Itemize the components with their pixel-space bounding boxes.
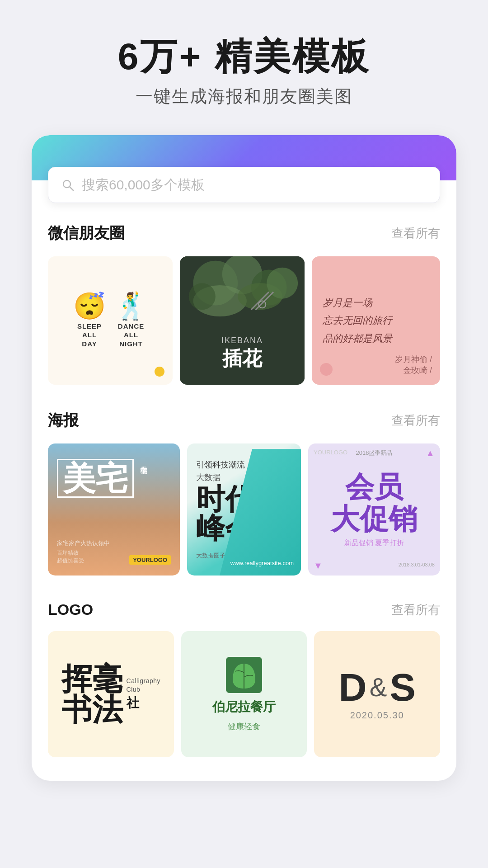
poster-side-char: 尽美宅在宅宅 — [138, 459, 149, 461]
wechat-template-2[interactable]: IKEBANA 插花 — [180, 256, 305, 385]
logo-section-title: LOGO — [48, 601, 93, 618]
poster-template-1[interactable]: 美宅 尽美宅在宅宅 家宅家产火热认领中 百坪精致超值惊喜受 YOURLOGO — [48, 443, 180, 576]
poster-section: 海报 查看所有 美宅 尽美宅在宅宅 家宅家产火热认领中 百坪精致超值惊喜受 YO… — [32, 390, 456, 581]
ds-letter-s: S — [389, 668, 415, 707]
bigdata-sub: 大数据 — [196, 472, 221, 483]
calligraphy-she: 社 — [127, 694, 139, 712]
search-icon — [61, 178, 75, 192]
logo-view-all[interactable]: 查看所有 — [391, 602, 440, 618]
logo-template-2[interactable]: 伯尼拉餐厅 健康轻食 — [181, 631, 307, 757]
search-area: 搜索60,000多个模板 — [32, 167, 456, 203]
search-bar[interactable]: 搜索60,000多个模板 — [48, 167, 440, 203]
search-placeholder-text: 搜索60,000多个模板 — [82, 176, 205, 194]
poster-template-3[interactable]: 2018盛季新品 会员大促销 新品促销 夏季打折 ▲ ▼ YOURLOGO 20… — [308, 443, 440, 576]
ds-date: 2020.05.30 — [350, 710, 404, 721]
poster-template-grid: 美宅 尽美宅在宅宅 家宅家产火热认领中 百坪精致超值惊喜受 YOURLOGO 引… — [48, 443, 440, 576]
poster-bottom-text: 家宅家产火热认领中 — [57, 539, 171, 547]
ikebana-overlay: IKEBANA 插花 — [180, 336, 305, 372]
ikebana-en: IKEBANA — [180, 336, 305, 345]
poster-section-title: 海报 — [48, 410, 79, 431]
poster-3-dates: 2018.3.01-03.08 — [399, 561, 435, 569]
calligraphy-en: CalligraphyClub — [127, 677, 161, 693]
bigdata-prefix: 引领科技潮流 — [196, 459, 245, 470]
deco-arrow-bot: ▼ — [314, 561, 323, 571]
poster-template-2[interactable]: 引领科技潮流 大数据 时代峰会 大数据圈子 www.reallygreatsit… — [187, 443, 301, 576]
hero-section: 6万+ 精美模板 一键生成海报和朋友圈美图 — [0, 0, 488, 135]
poem-author: 岁月神偷 / 金玫崎 / — [395, 354, 432, 376]
logo-template-1[interactable]: 挥毫书法 CalligraphyClub 社 — [48, 631, 174, 757]
ds-amp: & — [370, 674, 387, 700]
main-card: 搜索60,000多个模板 微信朋友圈 查看所有 😴 SLEEPALLDAY 🕺 — [32, 135, 456, 781]
member-main: 会员大促销 — [331, 471, 418, 535]
svg-line-1 — [70, 187, 73, 190]
wechat-template-1[interactable]: 😴 SLEEPALLDAY 🕺 DANCEALLNIGHT — [48, 256, 173, 385]
poster-section-header: 海报 查看所有 — [48, 410, 440, 431]
pink-dot-deco — [320, 363, 333, 376]
deco-arrow-top: ▲ — [426, 448, 435, 458]
your-logo-badge: YOURLOGO — [129, 555, 171, 565]
yellow-dot-deco — [155, 367, 164, 377]
wechat-template-grid: 😴 SLEEPALLDAY 🕺 DANCEALLNIGHT — [48, 256, 440, 385]
leaf-icon — [226, 657, 262, 693]
svg-point-8 — [189, 283, 216, 310]
yourlogo-small: YOURLOGO — [314, 449, 347, 456]
member-sub: 新品促销 夏季打折 — [344, 538, 404, 548]
restaurant-sub: 健康轻食 — [228, 721, 260, 732]
logo-template-3[interactable]: D & S 2020.05.30 — [314, 631, 440, 757]
ikebana-cn: 插花 — [180, 345, 305, 372]
hero-subtitle: 一键生成海报和朋友圈美图 — [18, 85, 470, 108]
logo-section-header: LOGO 查看所有 — [48, 601, 440, 618]
logo-template-grid: 挥毫书法 CalligraphyClub 社 伯尼拉餐厅 — [48, 631, 440, 757]
wechat-section: 微信朋友圈 查看所有 😴 SLEEPALLDAY 🕺 DANCEALLNIGHT — [32, 203, 456, 390]
poster-view-all[interactable]: 查看所有 — [391, 412, 440, 429]
poster-date: 百坪精致超值惊喜受 — [57, 549, 84, 565]
calligraphy-cn: 挥毫书法 — [61, 664, 123, 725]
bigdata-detail: 大数据圈子 — [196, 552, 225, 560]
wechat-section-header: 微信朋友圈 查看所有 — [48, 223, 440, 244]
wechat-view-all[interactable]: 查看所有 — [391, 225, 440, 241]
hero-title: 6万+ 精美模板 — [18, 36, 470, 77]
ds-letter-d: D — [339, 668, 367, 707]
wechat-template-3[interactable]: 岁月是一场 忘去无回的旅行 品的好都是风景 岁月神偷 / 金玫崎 / — [312, 256, 440, 385]
restaurant-name: 伯尼拉餐厅 — [212, 698, 276, 716]
wechat-section-title: 微信朋友圈 — [48, 223, 125, 244]
logo-section: LOGO 查看所有 挥毫书法 CalligraphyClub 社 — [32, 581, 456, 763]
poem-text: 岁月是一场 忘去无回的旅行 品的好都是风景 — [323, 294, 429, 348]
poster-main-char: 美宅 — [57, 459, 134, 498]
website-text: www.reallygreatsite.com — [230, 560, 294, 566]
